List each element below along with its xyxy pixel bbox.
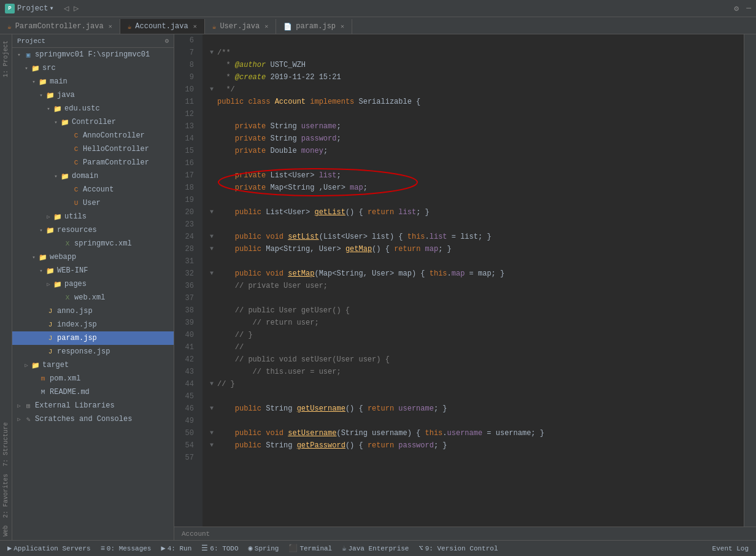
code-text-50: public void setUsername(String username)… <box>217 427 544 439</box>
tree-item-webinf[interactable]: ▾ 📁 WEB-INF <box>12 264 174 277</box>
nav-back-icon[interactable]: ◁ <box>64 3 69 14</box>
tree-item-springmvc01[interactable]: ▾ ▣ springmvc01 F:\springmvc01 <box>12 48 174 61</box>
version-control-btn[interactable]: ⌥ 9: Version Control <box>415 542 501 554</box>
code-line-18: private Map<String ,User> map; <box>205 182 744 194</box>
app-servers-label: Application Servers <box>14 545 90 552</box>
tab-close-user[interactable]: ✕ <box>264 23 268 30</box>
code-line-37 <box>205 292 744 304</box>
code-container[interactable]: 6 7 8 9 10 11 12 13 14 15 16 17 18 19 20… <box>174 34 756 527</box>
arrow-domain: ▾ <box>52 173 60 180</box>
fold-46[interactable]: ▼ <box>207 404 216 413</box>
tree-item-ext-libs[interactable]: ▷ ⊞ External Libraries <box>12 399 174 412</box>
settings-icon[interactable]: ⚙ <box>734 4 739 14</box>
tree-item-webapp[interactable]: ▾ 📁 webapp <box>12 250 174 264</box>
tree-item-main[interactable]: ▾ 📁 main <box>12 75 174 88</box>
code-text-15: private Double money; <box>217 145 328 157</box>
tab-paramcontroller[interactable]: ☕ ParamController.java ✕ <box>0 19 120 34</box>
bottom-toolbar: ▶ Application Servers ≡ 0: Messages ▶ 4:… <box>0 540 756 556</box>
tab-label-paramcontroller: ParamController.java <box>15 22 104 31</box>
java-enterprise-icon: ☕ <box>342 544 346 553</box>
vtab-favorites[interactable]: 2: Favorites <box>1 470 10 522</box>
terminal-btn[interactable]: ⬛ Terminal <box>285 542 336 554</box>
code-text-43: // this.user = user; <box>217 366 341 378</box>
arrow-resources: ▾ <box>37 227 45 234</box>
tree-item-paramjsp[interactable]: J param.jsp <box>12 331 174 345</box>
terminal-icon: ⬛ <box>288 544 298 553</box>
tree-label-readme: README.md <box>50 388 90 396</box>
tree-item-controller[interactable]: ▾ 📁 Controller <box>12 115 174 129</box>
ln-14: 14 <box>174 133 198 145</box>
java-enterprise-label: Java Enterprise <box>348 545 409 552</box>
tree-item-account[interactable]: C Account <box>12 183 174 196</box>
code-line-8: * @author USTC_WZH <box>205 59 744 71</box>
ln-20: 20 <box>174 206 198 218</box>
app-servers-btn[interactable]: ▶ Application Servers <box>4 542 94 554</box>
tree-item-src[interactable]: ▾ 📁 src <box>12 61 174 75</box>
tree-item-responsejsp[interactable]: J response.jsp <box>12 345 174 358</box>
fold-50[interactable]: ▼ <box>207 429 216 438</box>
messages-btn[interactable]: ≡ 0: Messages <box>97 543 155 554</box>
tab-param-jsp[interactable]: 📄 param.jsp ✕ <box>276 19 352 34</box>
title-bar-left: P Project ▾ <box>5 4 54 14</box>
tree-item-paramcontroller[interactable]: C ParamController <box>12 156 174 169</box>
fold-32[interactable]: ▼ <box>207 269 216 278</box>
tree-item-user[interactable]: U User <box>12 196 174 210</box>
code-text-13: private String username; <box>217 120 341 133</box>
folder-icon-edu-ustc: 📁 <box>53 104 63 113</box>
fold-28[interactable]: ▼ <box>207 245 216 253</box>
tree-label-scratches: Scratches and Consoles <box>35 415 132 423</box>
tree-item-pages[interactable]: ▷ 📁 pages <box>12 277 174 291</box>
event-log-btn[interactable]: Event Log <box>709 544 752 554</box>
ln-9: 9 <box>174 71 198 83</box>
tree-item-target[interactable]: ▷ 📁 target <box>12 358 174 372</box>
code-text-38: // public User getUser() { <box>217 304 350 317</box>
vtab-structure[interactable]: 7: Structure <box>1 419 10 470</box>
tab-user[interactable]: ☕ User.java ✕ <box>205 19 276 34</box>
nav-forward-icon[interactable]: ▷ <box>74 3 79 14</box>
tree-item-scratches[interactable]: ▷ ✎ Scratches and Consoles <box>12 412 174 426</box>
tree-label-paramcontroller: ParamController <box>83 158 149 167</box>
fold-7[interactable]: ▼ <box>207 48 216 57</box>
fold-54[interactable]: ▼ <box>207 441 216 450</box>
tree-item-annocontroller[interactable]: C AnnoController <box>12 129 174 142</box>
sidebar-gear-icon[interactable]: ⚙ <box>164 37 169 45</box>
ln-6: 6 <box>174 34 198 47</box>
fold-10[interactable]: ▼ <box>207 85 216 94</box>
tab-account[interactable]: ☕ Account.java ✕ <box>120 19 205 34</box>
tab-close-paramcontroller[interactable]: ✕ <box>109 23 112 30</box>
code-line-42: // public void setUser(User user) { <box>205 353 744 366</box>
folder-icon-webinf: 📁 <box>45 266 55 275</box>
vtab-project[interactable]: 1: Project <box>1 37 10 81</box>
tree-item-indexjsp[interactable]: J index.jsp <box>12 318 174 331</box>
fold-24[interactable]: ▼ <box>207 233 216 241</box>
code-line-13: private String username; <box>205 120 744 133</box>
todo-btn[interactable]: ☰ 6: TODO <box>198 542 242 554</box>
spring-btn[interactable]: ◉ Spring <box>245 542 283 554</box>
ln-24: 24 <box>174 231 198 243</box>
tree-item-readme[interactable]: M README.md <box>12 385 174 399</box>
arrow-webapp: ▾ <box>29 254 38 261</box>
tree-item-annojsp[interactable]: J anno.jsp <box>12 304 174 318</box>
tree-item-pomxml[interactable]: m pom.xml <box>12 372 174 385</box>
tree-item-edu-ustc[interactable]: ▾ 📁 edu.ustc <box>12 102 174 115</box>
java-enterprise-btn[interactable]: ☕ Java Enterprise <box>338 542 412 554</box>
run-btn[interactable]: ▶ 4: Run <box>157 542 195 554</box>
version-control-icon: ⌥ <box>418 544 423 553</box>
tree-item-springmvc-xml[interactable]: X springmvc.xml <box>12 237 174 250</box>
tab-close-account[interactable]: ✕ <box>193 23 197 30</box>
tree-item-webxml[interactable]: X web.xml <box>12 291 174 304</box>
tab-close-param-jsp[interactable]: ✕ <box>341 23 344 30</box>
ln-37: 37 <box>174 292 198 304</box>
sidebar-content[interactable]: ▾ ▣ springmvc01 F:\springmvc01 ▾ 📁 src ▾… <box>12 48 174 540</box>
code-editor[interactable]: ▼ /** * @author USTC_WZH * @create 2019-… <box>202 34 744 527</box>
fold-44[interactable]: ▼ <box>207 380 216 388</box>
tree-item-resources[interactable]: ▾ 📁 resources <box>12 223 174 237</box>
project-dropdown[interactable]: Project ▾ <box>17 4 54 13</box>
fold-20[interactable]: ▼ <box>207 208 216 217</box>
tree-item-java[interactable]: ▾ 📁 java <box>12 88 174 102</box>
tree-item-domain[interactable]: ▾ 📁 domain <box>12 169 174 183</box>
vtab-web[interactable]: Web <box>1 522 10 540</box>
tree-item-hellocontroller[interactable]: C HelloController <box>12 142 174 156</box>
tree-item-utils[interactable]: ▷ 📁 utils <box>12 210 174 223</box>
minimize-icon[interactable]: ─ <box>746 4 751 13</box>
